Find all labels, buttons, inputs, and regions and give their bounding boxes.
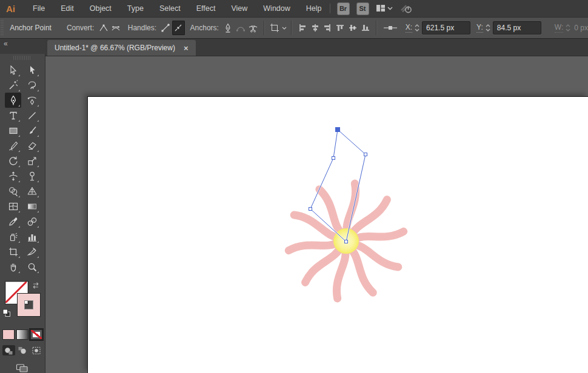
swap-fill-stroke-icon[interactable] — [32, 282, 40, 289]
anchors-label: Anchors: — [190, 24, 219, 32]
type-icon — [8, 110, 19, 121]
isolate-object-icon[interactable] — [384, 25, 397, 31]
stock-button[interactable]: St — [356, 2, 369, 15]
column-graph-tool[interactable] — [24, 229, 40, 244]
y-label[interactable]: Y: — [476, 23, 483, 33]
gradient-tool[interactable] — [24, 199, 40, 214]
draw-behind-button[interactable] — [16, 345, 29, 355]
workspace-switcher-button[interactable] — [376, 4, 393, 13]
tools-panel — [0, 54, 45, 373]
hide-handles-button[interactable] — [172, 21, 185, 35]
none-button[interactable] — [30, 329, 42, 340]
perspective-grid-tool[interactable] — [24, 183, 40, 199]
rectangle-tool[interactable] — [5, 123, 21, 138]
menu-edit[interactable]: Edit — [53, 0, 82, 17]
eyedropper-tool[interactable] — [5, 214, 21, 229]
blend-tool[interactable] — [24, 214, 40, 229]
color-mode-row — [0, 329, 45, 340]
pen-tool[interactable] — [5, 93, 21, 108]
anchor-point[interactable] — [364, 153, 367, 156]
width-tool[interactable] — [5, 168, 21, 183]
connect-endpoints-button[interactable] — [235, 21, 247, 35]
anchor-point[interactable] — [309, 208, 312, 211]
show-handles-button[interactable] — [159, 21, 172, 35]
menu-window[interactable]: Window — [255, 0, 298, 17]
menubar-right: Br St — [330, 2, 588, 15]
menu-object[interactable]: Object — [82, 0, 119, 17]
y-input[interactable] — [493, 21, 541, 35]
rotate-icon — [8, 156, 19, 167]
stroke-swatch[interactable] — [18, 294, 40, 316]
w-field-group: W: 0 px — [555, 23, 588, 33]
x-input[interactable] — [422, 21, 470, 35]
line-segment-tool[interactable] — [24, 108, 40, 123]
shape-builder-tool[interactable] — [5, 183, 21, 199]
scale-tool[interactable] — [24, 153, 40, 168]
lasso-tool[interactable] — [24, 78, 40, 93]
x-stepper[interactable] — [415, 24, 419, 31]
anchor-point[interactable] — [332, 157, 335, 160]
type-tool[interactable] — [5, 108, 21, 123]
slice-tool[interactable] — [24, 244, 40, 259]
curvature-icon — [27, 95, 38, 106]
artboard-align-icon — [269, 22, 280, 33]
selection-tool[interactable] — [5, 62, 21, 78]
x-label[interactable]: X: — [406, 23, 412, 33]
menu-select[interactable]: Select — [152, 0, 189, 17]
align-to-dropdown[interactable] — [269, 22, 287, 33]
horizontal-align-right-button[interactable] — [321, 21, 334, 35]
document-tab[interactable]: Untitled-1* @ 66.67% (RGB/Preview) × — [47, 40, 196, 56]
menu-view[interactable]: View — [223, 0, 255, 17]
color-button[interactable] — [2, 329, 15, 340]
default-fill-stroke-icon[interactable] — [2, 309, 11, 317]
tools-panel-grip[interactable] — [13, 56, 32, 60]
y-stepper[interactable] — [486, 24, 490, 31]
change-screen-mode-button[interactable] — [16, 363, 29, 373]
paintbrush-tool[interactable] — [24, 123, 40, 138]
puppet-warp-tool[interactable] — [24, 168, 40, 183]
magic-wand-tool[interactable] — [5, 78, 21, 93]
horizontal-align-center-button[interactable] — [309, 21, 321, 35]
mesh-tool[interactable] — [5, 199, 21, 214]
anchor-point[interactable] — [345, 240, 348, 243]
horizontal-align-left-button[interactable] — [296, 21, 309, 35]
artwork-canvas[interactable] — [45, 56, 588, 373]
vertical-align-bottom-button[interactable] — [359, 21, 372, 35]
menu-file[interactable]: File — [25, 0, 53, 17]
collapse-panel-button[interactable]: « — [4, 39, 8, 48]
draw-inside-button[interactable] — [30, 345, 43, 355]
remove-anchor-button[interactable] — [222, 21, 235, 35]
zoom-tool[interactable] — [24, 259, 40, 274]
symbol-sprayer-tool[interactable] — [5, 229, 21, 244]
controlbar-grip[interactable] — [1, 20, 4, 36]
vertical-align-center-button[interactable] — [347, 21, 359, 35]
convert-to-corner-button[interactable] — [97, 21, 110, 35]
rotate-tool[interactable] — [5, 153, 21, 168]
cut-path-button[interactable] — [247, 21, 259, 35]
curvature-tool[interactable] — [24, 93, 40, 108]
y-field-group: Y: — [476, 21, 541, 35]
hand-tool[interactable] — [5, 259, 21, 274]
close-tab-icon[interactable]: × — [184, 44, 189, 53]
menu-help[interactable]: Help — [298, 0, 330, 17]
anchor-point-selected[interactable] — [336, 128, 340, 132]
artboard-icon — [8, 246, 19, 257]
eraser-tool[interactable] — [24, 138, 40, 153]
puppet-icon — [27, 171, 38, 182]
artboard-tool[interactable] — [5, 244, 21, 259]
menu-type[interactable]: Type — [119, 0, 152, 17]
pasteboard[interactable] — [45, 56, 588, 373]
convert-to-smooth-button[interactable] — [110, 21, 122, 35]
touch-workspace-icon[interactable] — [399, 4, 413, 14]
shaper-tool[interactable] — [5, 138, 21, 153]
direct-selection-tool[interactable] — [24, 62, 40, 78]
draw-normal-button[interactable] — [2, 345, 15, 355]
fill-stroke-cluster — [0, 281, 45, 325]
workspace-layout-icon — [376, 4, 386, 13]
main-area: « — [0, 39, 588, 373]
left-column: « — [0, 39, 45, 373]
menu-effect[interactable]: Effect — [189, 0, 224, 17]
vertical-align-top-button[interactable] — [334, 21, 347, 35]
bridge-button[interactable]: Br — [337, 2, 350, 15]
gradient-button[interactable] — [16, 329, 28, 340]
